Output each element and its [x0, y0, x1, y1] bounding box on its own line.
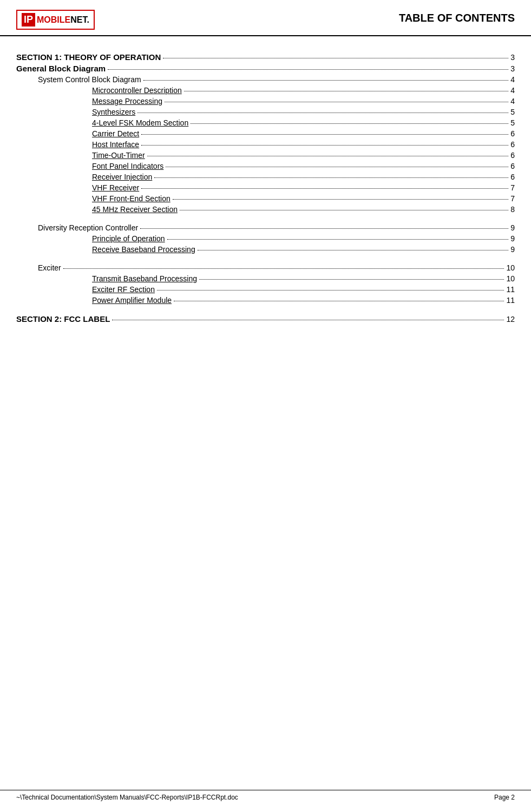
toc-entry: Diversity Reception Controller9 — [16, 223, 515, 232]
toc-dots — [137, 113, 508, 113]
toc-page-section1-heading: 3 — [510, 53, 515, 62]
toc-page-receive-baseband-processing: 9 — [510, 245, 515, 254]
toc-dots — [198, 250, 509, 250]
toc-dots — [184, 91, 508, 91]
toc-dots — [147, 156, 508, 156]
logo-box: IP MOBILENET. — [16, 10, 95, 30]
toc-entry: Exciter RF Section11 — [16, 285, 515, 294]
toc-dots — [112, 320, 504, 320]
toc-label-section1-heading[interactable]: SECTION 1: THEORY OF OPERATION — [16, 52, 161, 62]
toc-entry: Transmit Baseband Processing10 — [16, 274, 515, 283]
toc-dots — [141, 145, 508, 146]
page-title: TABLE OF CONTENTS — [399, 10, 515, 24]
content: SECTION 1: THEORY OF OPERATION3General B… — [0, 36, 531, 342]
toc-spacer — [16, 307, 515, 314]
toc-label-carrier-detect[interactable]: Carrier Detect — [92, 129, 139, 138]
toc-dots — [157, 290, 504, 291]
toc-entry: Time-Out-Timer6 — [16, 151, 515, 160]
toc-page-exciter-rf-section: 11 — [506, 285, 515, 294]
toc-entry: General Block Diagram3 — [16, 64, 515, 73]
logo-mobile-net: MOBILENET. — [37, 15, 89, 25]
toc-label-system-control-block-diagram: System Control Block Diagram — [38, 75, 141, 84]
toc-label-45-mhz-receiver-section[interactable]: 45 MHz Receiver Section — [92, 205, 178, 214]
toc-label-general-block-diagram[interactable]: General Block Diagram — [16, 64, 106, 73]
toc-label-vhf-receiver[interactable]: VHF Receiver — [92, 183, 139, 192]
toc-label-microcontroller-description[interactable]: Microcontroller Description — [92, 86, 182, 95]
toc-page-microcontroller-description: 4 — [510, 86, 515, 95]
toc-entry: 4-Level FSK Modem Section5 — [16, 118, 515, 127]
toc-entry: SECTION 1: THEORY OF OPERATION3 — [16, 52, 515, 62]
toc-entry: Font Panel Indicators6 — [16, 162, 515, 170]
toc-entry: Receiver Injection6 — [16, 173, 515, 181]
toc-spacer — [16, 216, 515, 223]
toc-page-principle-of-operation: 9 — [510, 234, 515, 243]
toc-dots — [163, 58, 508, 58]
toc-entry: Receive Baseband Processing9 — [16, 245, 515, 254]
toc-label-exciter-rf-section[interactable]: Exciter RF Section — [92, 285, 155, 294]
toc-entry: SECTION 2: FCC LABEL12 — [16, 314, 515, 324]
toc-dots — [191, 123, 508, 124]
toc-spacer — [16, 256, 515, 263]
toc-entry: Host Interface6 — [16, 140, 515, 149]
toc-page-vhf-receiver: 7 — [510, 183, 515, 192]
toc-page-carrier-detect: 6 — [510, 129, 515, 138]
toc-entry: Message Processing4 — [16, 97, 515, 105]
toc-dots — [165, 102, 508, 102]
toc-entry: System Control Block Diagram4 — [16, 75, 515, 84]
toc-page-exciter: 10 — [506, 263, 515, 272]
toc-label-4-level-fsk-modem-section[interactable]: 4-Level FSK Modem Section — [92, 118, 188, 127]
toc-dots — [199, 279, 504, 280]
toc-entry: Microcontroller Description4 — [16, 86, 515, 95]
toc-page-4-level-fsk-modem-section: 5 — [510, 118, 515, 127]
footer-page: Page 2 — [494, 794, 515, 801]
toc-dots — [166, 167, 508, 167]
toc-label-vhf-front-end-section[interactable]: VHF Front-End Section — [92, 194, 171, 203]
toc-label-message-processing[interactable]: Message Processing — [92, 97, 162, 105]
footer-path: ~\Technical Documentation\System Manuals… — [16, 794, 238, 801]
toc-dots — [108, 69, 508, 70]
toc-page-system-control-block-diagram: 4 — [510, 75, 515, 84]
toc-dots — [140, 228, 508, 229]
toc-label-diversity-reception-controller: Diversity Reception Controller — [38, 223, 138, 232]
toc-page-section2-heading: 12 — [506, 315, 515, 324]
toc-entry: 45 MHz Receiver Section8 — [16, 205, 515, 214]
toc-label-principle-of-operation[interactable]: Principle of Operation — [92, 234, 165, 243]
toc-dots — [141, 188, 508, 189]
toc-dots — [180, 210, 508, 210]
page-container: IP MOBILENET. TABLE OF CONTENTS SECTION … — [0, 0, 531, 812]
logo-net: NET — [70, 15, 87, 24]
toc-label-synthesizers[interactable]: Synthesizers — [92, 108, 135, 116]
toc-page-diversity-reception-controller: 9 — [510, 223, 515, 232]
toc-label-transmit-baseband-processing[interactable]: Transmit Baseband Processing — [92, 274, 197, 283]
footer: ~\Technical Documentation\System Manuals… — [0, 790, 531, 801]
header: IP MOBILENET. TABLE OF CONTENTS — [0, 0, 531, 36]
toc-page-synthesizers: 5 — [510, 108, 515, 116]
toc-entry: Exciter10 — [16, 263, 515, 272]
toc-dots — [167, 239, 509, 240]
toc-page-45-mhz-receiver-section: 8 — [510, 205, 515, 214]
logo-mobile: MOBILE — [37, 15, 70, 24]
toc-dots — [174, 301, 504, 301]
toc-dots — [141, 134, 508, 135]
toc-label-section2-heading[interactable]: SECTION 2: FCC LABEL — [16, 314, 110, 324]
toc-page-general-block-diagram: 3 — [510, 64, 515, 73]
toc-label-time-out-timer[interactable]: Time-Out-Timer — [92, 151, 145, 160]
toc-label-exciter: Exciter — [38, 263, 61, 272]
toc-page-receiver-injection: 6 — [510, 173, 515, 181]
toc-page-font-panel-indicators: 6 — [510, 162, 515, 170]
toc-page-time-out-timer: 6 — [510, 151, 515, 160]
toc-dots — [63, 268, 504, 269]
toc-page-message-processing: 4 — [510, 97, 515, 105]
toc-label-power-amplifier-module[interactable]: Power Amplifier Module — [92, 296, 172, 305]
toc-entry: Power Amplifier Module11 — [16, 296, 515, 305]
toc-dots — [173, 199, 508, 200]
toc-dots — [154, 177, 508, 178]
toc-dots — [143, 80, 509, 81]
toc-entry: VHF Front-End Section7 — [16, 194, 515, 203]
toc-label-receiver-injection[interactable]: Receiver Injection — [92, 173, 152, 181]
toc-label-host-interface[interactable]: Host Interface — [92, 140, 139, 149]
toc-label-receive-baseband-processing[interactable]: Receive Baseband Processing — [92, 245, 195, 254]
toc-label-font-panel-indicators[interactable]: Font Panel Indicators — [92, 162, 163, 170]
toc-page-host-interface: 6 — [510, 140, 515, 149]
logo-dot-char: . — [87, 15, 89, 24]
